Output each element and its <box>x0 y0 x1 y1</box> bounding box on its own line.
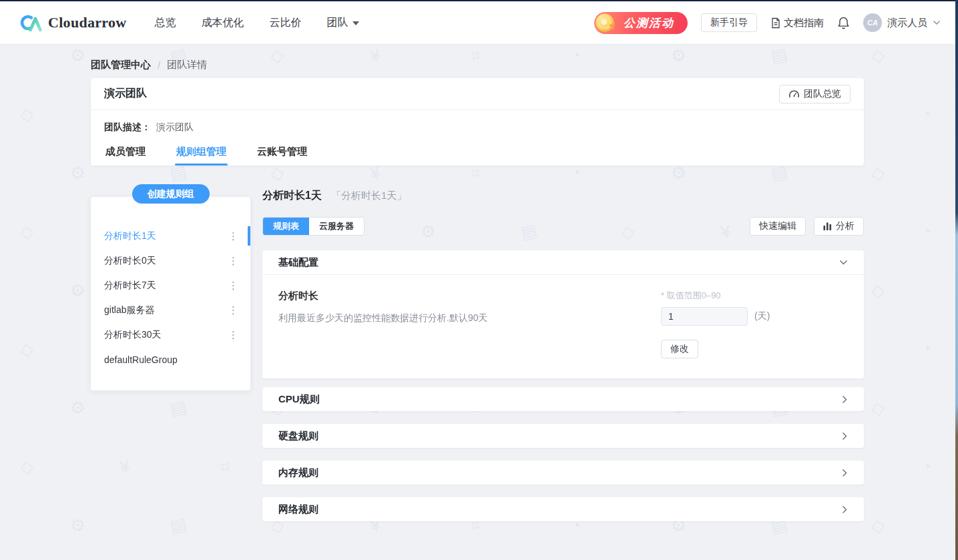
field-label-analysis-duration: 分析时长 <box>278 290 661 302</box>
rule-group-subtitle: 「分析时长1天」 <box>331 190 407 202</box>
tab-rule-group-management[interactable]: 规则组管理 <box>175 137 228 166</box>
breadcrumb-team-center[interactable]: 团队管理中心 <box>91 59 151 71</box>
document-icon <box>770 17 781 29</box>
basic-config-panel: 基础配置 分析时长 利用最近多少天的监控性能数据进行分析.默认90天 * 取值范… <box>262 250 864 378</box>
rule-group-list: 分析时长1天 ⋮ 分析时长0天 ⋮ 分析时长7天 ⋮ gitlab服务器 ⋮ <box>91 197 250 390</box>
disk-rules-panel: 硬盘规则 <box>262 424 864 448</box>
analyze-button[interactable]: 分析 <box>814 217 864 236</box>
team-description-value: 演示团队 <box>156 121 194 133</box>
nav-item-overview[interactable]: 总览 <box>155 16 176 30</box>
nav-item-cloud-compare[interactable]: 云比价 <box>270 16 302 30</box>
breadcrumb: 团队管理中心 / 团队详情 <box>91 59 864 71</box>
kebab-menu-icon[interactable]: ⋮ <box>224 228 242 244</box>
chevron-down-icon <box>933 20 941 25</box>
rule-group-item[interactable]: gitlab服务器 ⋮ <box>91 298 250 322</box>
breadcrumb-team-detail: 团队详情 <box>167 59 207 71</box>
cloudarrow-logo[interactable]: Cloudarrow <box>19 13 127 32</box>
notification-bell-icon[interactable] <box>837 16 850 30</box>
team-description-label: 团队描述： <box>104 121 151 133</box>
logo-text: Cloudarrow <box>48 14 127 31</box>
basic-config-header[interactable]: 基础配置 <box>262 250 864 275</box>
beginner-guide-button[interactable]: 新手引导 <box>701 13 757 32</box>
chevron-right-icon <box>842 395 848 404</box>
chevron-right-icon <box>842 432 848 441</box>
beta-promo-badge[interactable]: 公测活动 <box>594 12 688 34</box>
network-rules-header[interactable]: 网络规则 <box>262 497 864 521</box>
unit-label: (天) <box>754 310 770 322</box>
memory-rules-panel: 内存规则 <box>262 461 864 485</box>
team-tabs: 成员管理 规则组管理 云账号管理 <box>91 137 864 166</box>
quick-edit-button[interactable]: 快速编辑 <box>750 217 806 236</box>
tab-cloud-account-management[interactable]: 云账号管理 <box>256 137 308 166</box>
user-name: 演示人员 <box>887 17 927 29</box>
cpu-rules-header[interactable]: CPU规则 <box>262 387 864 411</box>
kebab-menu-icon[interactable]: ⋮ <box>224 253 242 268</box>
breadcrumb-separator: / <box>158 59 160 71</box>
gauge-icon <box>788 89 800 99</box>
kebab-menu-icon[interactable]: ⋮ <box>224 278 242 293</box>
rule-group-item[interactable]: defaultRuleGroup <box>91 347 250 372</box>
disk-rules-header[interactable]: 硬盘规则 <box>262 424 864 448</box>
rule-group-item[interactable]: 分析时长7天 ⋮ <box>91 273 250 298</box>
dropdown-triangle-icon <box>352 21 359 25</box>
tab-member-management[interactable]: 成员管理 <box>104 137 147 166</box>
field-description: 利用最近多少天的监控性能数据进行分析.默认90天 <box>278 312 661 324</box>
team-overview-button[interactable]: 团队总览 <box>779 85 851 103</box>
nav-item-team[interactable]: 团队 <box>327 16 359 30</box>
memory-rules-header[interactable]: 内存规则 <box>262 461 864 485</box>
kebab-menu-icon[interactable]: ⋮ <box>224 302 242 318</box>
cloudarrow-logo-icon <box>19 13 43 32</box>
modify-button[interactable]: 修改 <box>661 340 698 358</box>
chevron-right-icon <box>842 469 848 477</box>
team-title: 演示团队 <box>104 87 147 101</box>
value-range-hint: * 取值范围0–90 <box>661 290 848 302</box>
promo-badge-label: 公测活动 <box>624 15 674 31</box>
user-menu[interactable]: CA 演示人员 <box>863 13 941 32</box>
rule-group-title: 分析时长1天 <box>262 189 322 203</box>
rule-group-item[interactable]: 分析时长30天 ⋮ <box>91 322 250 347</box>
analysis-duration-input[interactable] <box>661 307 748 326</box>
bar-chart-icon <box>823 222 832 230</box>
view-switcher: 规则表 云服务器 <box>262 217 365 236</box>
chevron-right-icon <box>842 505 848 514</box>
top-navbar: Cloudarrow 总览 成本优化 云比价 团队 <box>0 0 958 45</box>
cpu-rules-panel: CPU规则 <box>262 387 864 411</box>
tab-cloud-server[interactable]: 云服务器 <box>309 218 364 235</box>
window-edge-top <box>0 0 958 1</box>
nav-item-cost-optimize[interactable]: 成本优化 <box>202 16 244 30</box>
chevron-down-icon <box>839 260 848 266</box>
rule-group-item[interactable]: 分析时长1天 ⋮ <box>91 224 250 248</box>
create-rule-group-button[interactable]: 创建规则组 <box>132 184 210 204</box>
rule-group-item[interactable]: 分析时长0天 ⋮ <box>91 248 250 273</box>
user-avatar: CA <box>863 13 882 32</box>
docs-guide-link[interactable]: 文档指南 <box>770 17 824 29</box>
megaphone-icon <box>593 9 621 37</box>
tab-rule-table[interactable]: 规则表 <box>263 218 309 235</box>
main-nav: 总览 成本优化 云比价 团队 <box>155 16 359 30</box>
kebab-menu-icon[interactable]: ⋮ <box>224 327 242 342</box>
team-card: 演示团队 团队总览 团队描述： 演示团队 成员管理 <box>91 78 864 166</box>
network-rules-panel: 网络规则 <box>262 497 864 521</box>
window-edge-right <box>955 0 958 560</box>
